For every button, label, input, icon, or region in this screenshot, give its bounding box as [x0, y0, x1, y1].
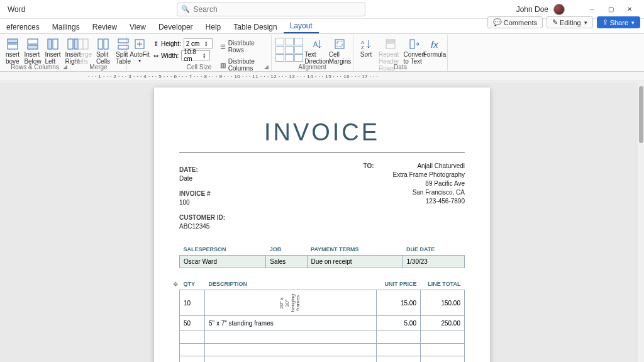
svg-rect-5 [48, 39, 52, 49]
merge-group-label: Merge [70, 64, 126, 71]
to-label: TO: [363, 162, 374, 206]
customer-id-label: CUSTOMER ID: [179, 213, 225, 222]
autofit-button[interactable]: AutoFit▾ [131, 37, 148, 64]
cell-line-total[interactable]: 250.00 [421, 316, 465, 331]
svg-rect-10 [98, 39, 103, 49]
align-bottom-center[interactable] [285, 54, 294, 62]
document-canvas[interactable]: INVOICE DATE: Date INVOICE # 100 CUSTOME… [0, 82, 644, 362]
insert-below-icon [26, 38, 39, 50]
maximize-button[interactable]: ▢ [601, 3, 620, 16]
col-payment: PAYMENT TERMS [307, 244, 402, 256]
vertical-scrollbar[interactable] [638, 82, 644, 362]
insert-left-button[interactable]: Insert Left [44, 37, 62, 65]
scroll-thumb[interactable] [639, 86, 643, 143]
tab-references[interactable]: eferences [0, 20, 46, 33]
user-area: John Doe ─ ▢ ✕ [516, 3, 639, 16]
rows-columns-group-label: Rows & Columns [0, 64, 70, 71]
tab-help[interactable]: Help [199, 20, 228, 33]
rows-columns-launcher[interactable]: ◢ [63, 64, 67, 70]
svg-text:A: A [313, 40, 318, 48]
svg-rect-11 [104, 39, 108, 49]
align-top-right[interactable] [294, 38, 303, 45]
search-box[interactable]: 🔍 [177, 3, 365, 16]
cell-line-total[interactable]: 150.00 [421, 290, 465, 316]
close-button[interactable]: ✕ [620, 3, 639, 16]
height-input[interactable]: 2 cm▴▾ [184, 38, 213, 48]
insert-above-button[interactable]: nsert bove [4, 37, 21, 65]
cell-payment[interactable]: Due on receipt [307, 256, 402, 268]
editing-button[interactable]: ✎ Editing [547, 16, 593, 28]
cell-description[interactable]: 5" x 7" standing frames [205, 316, 377, 331]
data-group-label: Data [353, 64, 447, 71]
horizontal-ruler[interactable]: · · · 1 · · · 2 · · · 3 · · · 4 · · · 5 … [0, 72, 644, 81]
convert-to-text-button[interactable]: Convert to Text [406, 37, 423, 65]
cell-size-launcher[interactable]: ◢ [264, 64, 269, 70]
align-middle-right[interactable] [294, 46, 303, 54]
split-cells-label: Split Cells [96, 51, 110, 65]
table-row[interactable]: 10 20" x 30" hanging frames 15.00 150.00 [180, 290, 465, 316]
editing-label: Editing [560, 19, 581, 26]
tab-review[interactable]: Review [86, 20, 123, 33]
alignment-grid [275, 37, 303, 62]
tab-developer[interactable]: Developer [152, 20, 199, 33]
align-middle-center[interactable] [285, 46, 294, 54]
formula-icon: fx [428, 38, 441, 50]
comments-button[interactable]: 💬 Comments [487, 16, 543, 28]
cell-margins-button[interactable]: Cell Margins [331, 37, 349, 65]
sort-button[interactable]: AZSort [357, 37, 375, 58]
cell-salesperson[interactable]: Oscar Ward [180, 256, 266, 268]
distribute-rows-label: Distribute Rows [228, 40, 265, 54]
tab-view[interactable]: View [123, 20, 152, 33]
to-city: San Francisco, CA [393, 188, 465, 197]
cell-job[interactable]: Sales [266, 256, 307, 268]
align-top-left[interactable] [275, 38, 284, 45]
share-button[interactable]: ⇪ Share [597, 16, 640, 28]
tab-mailings[interactable]: Mailings [46, 20, 86, 33]
table-row[interactable]: Oscar Ward Sales Due on receipt 1/30/23 [180, 256, 465, 268]
cell-qty[interactable]: 50 [180, 316, 205, 331]
table-row[interactable] [180, 356, 465, 362]
formula-button[interactable]: fxFormula [426, 37, 443, 58]
cell-due[interactable]: 1/30/23 [402, 256, 464, 268]
tab-table-design[interactable]: Table Design [227, 20, 283, 33]
table-row[interactable] [180, 331, 465, 344]
autofit-icon [133, 38, 146, 50]
tab-layout[interactable]: Layout [284, 19, 319, 33]
align-top-center[interactable] [285, 38, 294, 45]
distribute-rows-button[interactable]: ☰Distribute Rows [218, 38, 267, 55]
cell-description[interactable]: 20" x 30" hanging frames [205, 290, 377, 316]
width-input[interactable]: 10.8 cm▴▾ [181, 50, 210, 60]
avatar[interactable] [553, 4, 565, 15]
cell-qty[interactable]: 10 [180, 290, 205, 316]
to-company: Extra Frame Photography [393, 171, 465, 179]
to-phone: 123-456-7890 [393, 197, 465, 206]
text-direction-button[interactable]: AText Direction [307, 37, 327, 65]
cell-unit-price[interactable]: 15.00 [377, 290, 421, 316]
minimize-button[interactable]: ─ [582, 3, 601, 16]
convert-to-text-icon [408, 38, 421, 50]
col-due: DUE DATE [402, 244, 464, 256]
insert-left-label: Insert Left [45, 51, 61, 65]
align-middle-left[interactable] [275, 46, 284, 54]
col-salesperson: SALESPERSON [180, 244, 266, 256]
align-bottom-right[interactable] [294, 54, 303, 62]
table-anchor-icon[interactable]: ✥ [173, 281, 178, 288]
table-row[interactable]: 50 5" x 7" standing frames 5.00 250.00 [180, 316, 465, 331]
insert-above-label: nsert bove [6, 51, 19, 65]
merge-cells-icon [77, 38, 89, 50]
svg-rect-16 [335, 40, 344, 48]
table-row[interactable] [180, 344, 465, 356]
search-icon: 🔍 [181, 5, 190, 13]
merge-cells-label: Merge Cells [74, 51, 92, 65]
svg-rect-21 [386, 43, 395, 48]
align-bottom-left[interactable] [275, 54, 284, 62]
split-cells-button[interactable]: Split Cells [94, 37, 112, 65]
width-value: 10.8 cm [184, 48, 203, 62]
width-row: ⇔ Width: 10.8 cm▴▾ [153, 50, 213, 60]
search-input[interactable] [194, 5, 361, 14]
cell-unit-price[interactable]: 5.00 [377, 316, 421, 331]
merge-cells-button: Merge Cells [74, 37, 92, 65]
insert-below-button[interactable]: Insert Below [24, 37, 42, 65]
col-job: JOB [266, 244, 307, 256]
document-title: INVOICE [179, 119, 465, 146]
